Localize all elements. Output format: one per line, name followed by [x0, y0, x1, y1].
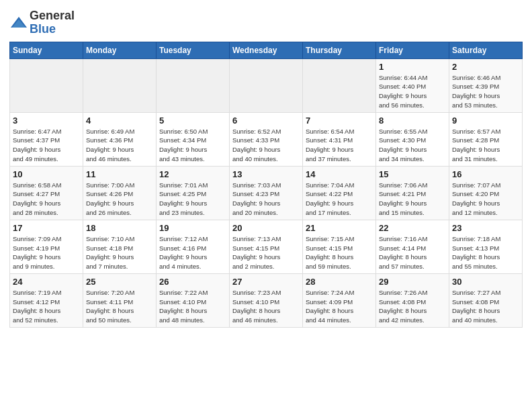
weekday-header-friday: Friday: [376, 42, 449, 58]
calendar-cell: 12Sunrise: 7:01 AM Sunset: 4:25 PM Dayli…: [157, 166, 230, 220]
logo-general: General: [30, 9, 75, 23]
day-info: Sunrise: 6:49 AM Sunset: 4:36 PM Dayligh…: [86, 127, 153, 164]
calendar-cell: 17Sunrise: 7:09 AM Sunset: 4:19 PM Dayli…: [10, 220, 83, 273]
calendar-cell: 16Sunrise: 7:07 AM Sunset: 4:20 PM Dayli…: [449, 166, 523, 220]
weekday-header-row: SundayMondayTuesdayWednesdayThursdayFrid…: [10, 42, 523, 58]
calendar-cell: 7Sunrise: 6:54 AM Sunset: 4:31 PM Daylig…: [303, 112, 376, 166]
day-info: Sunrise: 7:26 AM Sunset: 4:08 PM Dayligh…: [379, 288, 446, 325]
header-area: General Blue: [9, 7, 523, 36]
logo-icon: [9, 15, 28, 30]
calendar-cell: 20Sunrise: 7:13 AM Sunset: 4:15 PM Dayli…: [230, 220, 303, 273]
calendar-cell: 8Sunrise: 6:55 AM Sunset: 4:30 PM Daylig…: [376, 112, 449, 166]
calendar-cell: 25Sunrise: 7:20 AM Sunset: 4:11 PM Dayli…: [83, 273, 157, 327]
weekday-header-sunday: Sunday: [10, 42, 83, 58]
day-number: 24: [13, 277, 80, 287]
day-number: 9: [452, 116, 519, 126]
day-number: 26: [159, 277, 226, 287]
day-info: Sunrise: 7:19 AM Sunset: 4:12 PM Dayligh…: [13, 288, 80, 325]
day-number: 10: [13, 169, 80, 179]
calendar-week-row: 1Sunrise: 6:44 AM Sunset: 4:40 PM Daylig…: [10, 58, 523, 112]
calendar-table: SundayMondayTuesdayWednesdayThursdayFrid…: [9, 42, 523, 328]
calendar-cell: [157, 58, 230, 112]
day-info: Sunrise: 6:52 AM Sunset: 4:33 PM Dayligh…: [232, 127, 300, 164]
day-info: Sunrise: 6:47 AM Sunset: 4:37 PM Dayligh…: [13, 127, 80, 164]
day-info: Sunrise: 7:04 AM Sunset: 4:22 PM Dayligh…: [306, 181, 373, 218]
day-info: Sunrise: 6:57 AM Sunset: 4:28 PM Dayligh…: [452, 127, 519, 164]
day-number: 8: [379, 116, 446, 126]
day-number: 16: [452, 169, 519, 179]
logo: General Blue: [9, 9, 75, 36]
day-number: 15: [379, 169, 446, 179]
day-info: Sunrise: 7:20 AM Sunset: 4:11 PM Dayligh…: [86, 288, 153, 325]
day-info: Sunrise: 7:22 AM Sunset: 4:10 PM Dayligh…: [159, 288, 226, 325]
logo-blue: Blue: [30, 23, 75, 36]
day-info: Sunrise: 7:01 AM Sunset: 4:25 PM Dayligh…: [159, 181, 226, 218]
day-number: 13: [232, 169, 300, 179]
calendar-header: SundayMondayTuesdayWednesdayThursdayFrid…: [10, 42, 523, 58]
calendar-cell: 26Sunrise: 7:22 AM Sunset: 4:10 PM Dayli…: [157, 273, 230, 327]
day-number: 3: [13, 116, 80, 126]
day-number: 12: [159, 169, 226, 179]
calendar-cell: 3Sunrise: 6:47 AM Sunset: 4:37 PM Daylig…: [10, 112, 83, 166]
day-info: Sunrise: 7:07 AM Sunset: 4:20 PM Dayligh…: [452, 181, 519, 218]
day-info: Sunrise: 7:16 AM Sunset: 4:14 PM Dayligh…: [379, 234, 446, 271]
calendar-cell: 13Sunrise: 7:03 AM Sunset: 4:23 PM Dayli…: [230, 166, 303, 220]
day-number: 4: [86, 116, 153, 126]
day-number: 11: [86, 169, 153, 179]
day-info: Sunrise: 7:12 AM Sunset: 4:16 PM Dayligh…: [159, 234, 226, 271]
day-info: Sunrise: 6:54 AM Sunset: 4:31 PM Dayligh…: [306, 127, 373, 164]
day-info: Sunrise: 6:55 AM Sunset: 4:30 PM Dayligh…: [379, 127, 446, 164]
calendar-cell: 30Sunrise: 7:27 AM Sunset: 4:08 PM Dayli…: [449, 273, 523, 327]
day-info: Sunrise: 6:46 AM Sunset: 4:39 PM Dayligh…: [452, 73, 519, 110]
calendar-cell: 27Sunrise: 7:23 AM Sunset: 4:10 PM Dayli…: [230, 273, 303, 327]
day-info: Sunrise: 7:27 AM Sunset: 4:08 PM Dayligh…: [452, 288, 519, 325]
day-number: 21: [306, 223, 373, 233]
day-number: 6: [232, 116, 300, 126]
calendar-cell: 21Sunrise: 7:15 AM Sunset: 4:15 PM Dayli…: [303, 220, 376, 273]
day-number: 30: [452, 277, 519, 287]
day-number: 17: [13, 223, 80, 233]
calendar-week-row: 17Sunrise: 7:09 AM Sunset: 4:19 PM Dayli…: [10, 220, 523, 273]
calendar-cell: 28Sunrise: 7:24 AM Sunset: 4:09 PM Dayli…: [303, 273, 376, 327]
weekday-header-tuesday: Tuesday: [157, 42, 230, 58]
calendar-week-row: 24Sunrise: 7:19 AM Sunset: 4:12 PM Dayli…: [10, 273, 523, 327]
day-number: 27: [232, 277, 300, 287]
calendar-week-row: 3Sunrise: 6:47 AM Sunset: 4:37 PM Daylig…: [10, 112, 523, 166]
weekday-header-thursday: Thursday: [303, 42, 376, 58]
day-number: 29: [379, 277, 446, 287]
day-number: 22: [379, 223, 446, 233]
day-info: Sunrise: 6:50 AM Sunset: 4:34 PM Dayligh…: [159, 127, 226, 164]
day-number: 14: [306, 169, 373, 179]
calendar-cell: 10Sunrise: 6:58 AM Sunset: 4:27 PM Dayli…: [10, 166, 83, 220]
day-number: 25: [86, 277, 153, 287]
calendar-cell: 11Sunrise: 7:00 AM Sunset: 4:26 PM Dayli…: [83, 166, 157, 220]
calendar-cell: 22Sunrise: 7:16 AM Sunset: 4:14 PM Dayli…: [376, 220, 449, 273]
calendar-cell: 14Sunrise: 7:04 AM Sunset: 4:22 PM Dayli…: [303, 166, 376, 220]
calendar-cell: 19Sunrise: 7:12 AM Sunset: 4:16 PM Dayli…: [157, 220, 230, 273]
calendar-cell: 24Sunrise: 7:19 AM Sunset: 4:12 PM Dayli…: [10, 273, 83, 327]
calendar-cell: 18Sunrise: 7:10 AM Sunset: 4:18 PM Dayli…: [83, 220, 157, 273]
weekday-header-saturday: Saturday: [449, 42, 523, 58]
calendar-cell: 29Sunrise: 7:26 AM Sunset: 4:08 PM Dayli…: [376, 273, 449, 327]
day-number: 5: [159, 116, 226, 126]
calendar-cell: 4Sunrise: 6:49 AM Sunset: 4:36 PM Daylig…: [83, 112, 157, 166]
calendar-cell: [303, 58, 376, 112]
calendar-cell: 6Sunrise: 6:52 AM Sunset: 4:33 PM Daylig…: [230, 112, 303, 166]
calendar-cell: 5Sunrise: 6:50 AM Sunset: 4:34 PM Daylig…: [157, 112, 230, 166]
main-container: General Blue SundayMondayTuesdayWednesda…: [0, 0, 532, 333]
weekday-header-wednesday: Wednesday: [230, 42, 303, 58]
day-info: Sunrise: 7:09 AM Sunset: 4:19 PM Dayligh…: [13, 234, 80, 271]
day-info: Sunrise: 7:10 AM Sunset: 4:18 PM Dayligh…: [86, 234, 153, 271]
day-info: Sunrise: 6:44 AM Sunset: 4:40 PM Dayligh…: [379, 73, 446, 110]
calendar-cell: [10, 58, 83, 112]
day-info: Sunrise: 7:06 AM Sunset: 4:21 PM Dayligh…: [379, 181, 446, 218]
day-info: Sunrise: 6:58 AM Sunset: 4:27 PM Dayligh…: [13, 181, 80, 218]
calendar-cell: 23Sunrise: 7:18 AM Sunset: 4:13 PM Dayli…: [449, 220, 523, 273]
weekday-header-monday: Monday: [83, 42, 157, 58]
calendar-body: 1Sunrise: 6:44 AM Sunset: 4:40 PM Daylig…: [10, 58, 523, 327]
day-number: 19: [159, 223, 226, 233]
day-number: 20: [232, 223, 300, 233]
day-number: 7: [306, 116, 373, 126]
calendar-cell: 9Sunrise: 6:57 AM Sunset: 4:28 PM Daylig…: [449, 112, 523, 166]
day-number: 23: [452, 223, 519, 233]
